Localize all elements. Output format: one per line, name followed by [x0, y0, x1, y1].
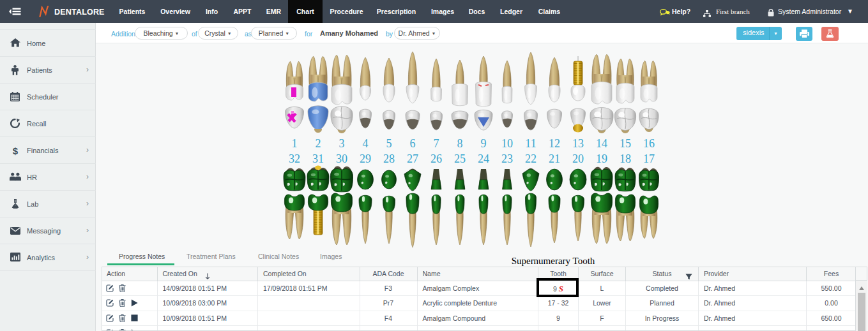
svg-text:10: 10	[501, 137, 513, 150]
svg-text:16: 16	[643, 137, 655, 150]
svg-text:18: 18	[620, 152, 631, 165]
svg-text:15: 15	[620, 137, 631, 150]
svg-text:30: 30	[336, 152, 347, 165]
svg-text:29: 29	[360, 152, 371, 165]
svg-text:22: 22	[525, 152, 537, 165]
svg-text:7: 7	[434, 137, 439, 150]
svg-text:25: 25	[454, 152, 466, 165]
svg-text:9: 9	[481, 137, 487, 150]
svg-text:6: 6	[410, 137, 416, 150]
svg-text:27: 27	[407, 152, 418, 165]
svg-text:5: 5	[386, 137, 392, 150]
svg-text:17: 17	[643, 152, 655, 165]
svg-text:32: 32	[289, 152, 300, 165]
svg-text:4: 4	[363, 137, 369, 150]
svg-text:19: 19	[596, 152, 607, 165]
svg-text:1: 1	[292, 137, 298, 150]
svg-text:26: 26	[430, 152, 442, 165]
svg-text:24: 24	[478, 152, 489, 165]
svg-text:2: 2	[316, 137, 321, 150]
svg-text:14: 14	[596, 137, 607, 150]
svg-text:8: 8	[457, 137, 463, 150]
svg-text:12: 12	[549, 137, 560, 150]
svg-text:$: $	[12, 145, 18, 156]
svg-text:3: 3	[339, 137, 345, 150]
svg-text:20: 20	[572, 152, 584, 165]
svg-text:21: 21	[549, 152, 560, 165]
svg-text:13: 13	[572, 137, 584, 150]
svg-text:11: 11	[525, 137, 536, 150]
svg-text:28: 28	[383, 152, 395, 165]
svg-text:31: 31	[312, 152, 324, 165]
svg-text:23: 23	[501, 152, 513, 165]
